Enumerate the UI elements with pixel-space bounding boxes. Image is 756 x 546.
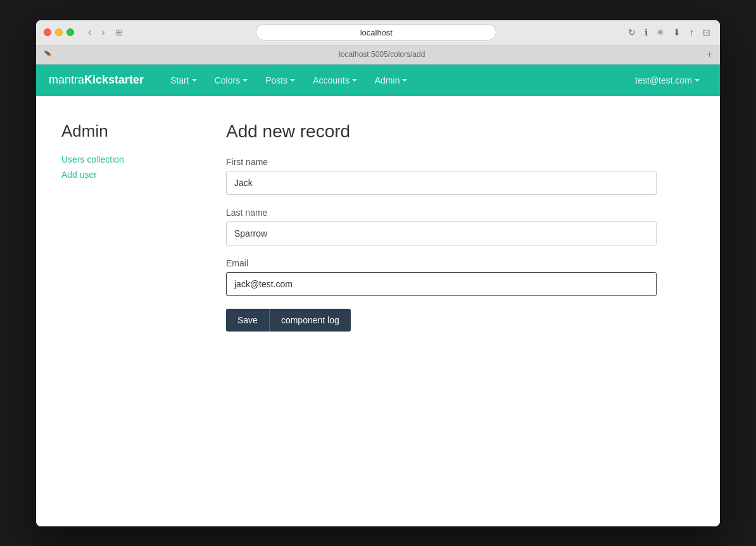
- form-group-email: Email: [226, 258, 695, 296]
- maximize-button[interactable]: [66, 28, 74, 36]
- browser-titlebar: ‹ › ⊞ localhost ↻ ℹ ✳ ⬇ ↑ ⊡: [36, 20, 720, 46]
- nav-label-accounts: Accounts: [313, 75, 350, 85]
- forward-button[interactable]: ›: [98, 25, 108, 39]
- start-caret-icon: [192, 79, 197, 82]
- input-last-name[interactable]: [226, 221, 657, 245]
- extension-icon[interactable]: ✳: [655, 25, 666, 39]
- toolbar-icons: ↻ ℹ ✳ ⬇ ↑ ⊡: [626, 25, 712, 39]
- minimize-button[interactable]: [55, 28, 63, 36]
- label-first-name: First name: [226, 157, 695, 167]
- navbar-nav: Start Colors Posts: [163, 70, 415, 90]
- back-button[interactable]: ‹: [84, 25, 95, 39]
- label-last-name: Last name: [226, 208, 695, 218]
- accounts-caret-icon: [352, 79, 357, 82]
- tab-url: localhost:5005/colors/add: [58, 50, 707, 59]
- admin-caret-icon: [402, 79, 407, 82]
- share-icon[interactable]: ↑: [688, 25, 696, 39]
- info-icon[interactable]: ℹ: [643, 25, 650, 39]
- user-caret-icon: [695, 79, 700, 82]
- nav-item-posts: Posts: [258, 70, 303, 90]
- label-email: Email: [226, 258, 695, 268]
- posts-caret-icon: [290, 79, 295, 82]
- navbar-right: test@test.com: [627, 70, 707, 90]
- nav-link-start[interactable]: Start: [163, 70, 205, 90]
- sidebar-nav: Users collection Add user: [61, 154, 201, 180]
- input-first-name[interactable]: [226, 171, 657, 195]
- nav-link-accounts[interactable]: Accounts: [305, 70, 365, 90]
- nav-buttons: ‹ › ⊞: [84, 25, 127, 39]
- nav-label-start: Start: [170, 75, 189, 85]
- nav-link-user[interactable]: test@test.com: [627, 70, 707, 90]
- refresh-icon[interactable]: ↻: [626, 25, 638, 39]
- sidebar-item-add-user: Add user: [61, 169, 201, 180]
- form-title: Add new record: [226, 121, 695, 142]
- save-button[interactable]: Save: [226, 309, 269, 332]
- nav-label-admin: Admin: [375, 75, 400, 85]
- nav-item-admin: Admin: [367, 70, 415, 90]
- split-icon[interactable]: ⊡: [701, 25, 712, 39]
- sidebar-title: Admin: [61, 121, 201, 141]
- form-area: Add new record First name Last name Emai…: [201, 121, 695, 501]
- form-actions: Save component log: [226, 309, 695, 332]
- tab-add-button[interactable]: +: [707, 49, 712, 60]
- browser-window: ‹ › ⊞ localhost ↻ ℹ ✳ ⬇ ↑ ⊡ 🪶 localhost:…: [36, 20, 720, 526]
- nav-link-admin[interactable]: Admin: [367, 70, 415, 90]
- nav-link-colors[interactable]: Colors: [207, 70, 255, 90]
- navbar-brand[interactable]: mantraKickstarter: [49, 73, 144, 87]
- sidebar: Admin Users collection Add user: [61, 121, 201, 501]
- input-email[interactable]: [226, 272, 657, 296]
- form-group-first-name: First name: [226, 157, 695, 195]
- sidebar-item-users-collection: Users collection: [61, 154, 201, 165]
- close-button[interactable]: [44, 28, 51, 36]
- brand-prefix: mantra: [49, 73, 84, 86]
- tab-icon: 🪶: [44, 51, 53, 59]
- nav-item-start: Start: [163, 70, 205, 90]
- reader-button[interactable]: ⊞: [111, 25, 127, 39]
- url-display: localhost: [360, 28, 393, 37]
- address-bar-container: localhost: [132, 24, 621, 40]
- nav-label-colors: Colors: [215, 75, 240, 85]
- sidebar-link-users-collection[interactable]: Users collection: [61, 154, 124, 164]
- sidebar-link-add-user[interactable]: Add user: [61, 170, 97, 180]
- app-content: mantraKickstarter Start Colors: [36, 65, 720, 526]
- form-group-last-name: Last name: [226, 208, 695, 245]
- nav-item-accounts: Accounts: [305, 70, 365, 90]
- tab-bar: 🪶 localhost:5005/colors/add +: [36, 46, 720, 65]
- nav-label-posts: Posts: [265, 75, 287, 85]
- nav-label-user: test@test.com: [635, 75, 692, 85]
- traffic-lights: [44, 28, 74, 36]
- brand-suffix: Kickstarter: [84, 73, 144, 86]
- nav-item-colors: Colors: [207, 70, 255, 90]
- main-container: Admin Users collection Add user Add new …: [36, 96, 720, 526]
- component-log-button[interactable]: component log: [269, 309, 351, 332]
- pocket-icon[interactable]: ⬇: [671, 25, 683, 39]
- navbar: mantraKickstarter Start Colors: [36, 65, 720, 96]
- colors-caret-icon: [243, 79, 248, 82]
- address-bar[interactable]: localhost: [256, 24, 496, 40]
- nav-link-posts[interactable]: Posts: [258, 70, 303, 90]
